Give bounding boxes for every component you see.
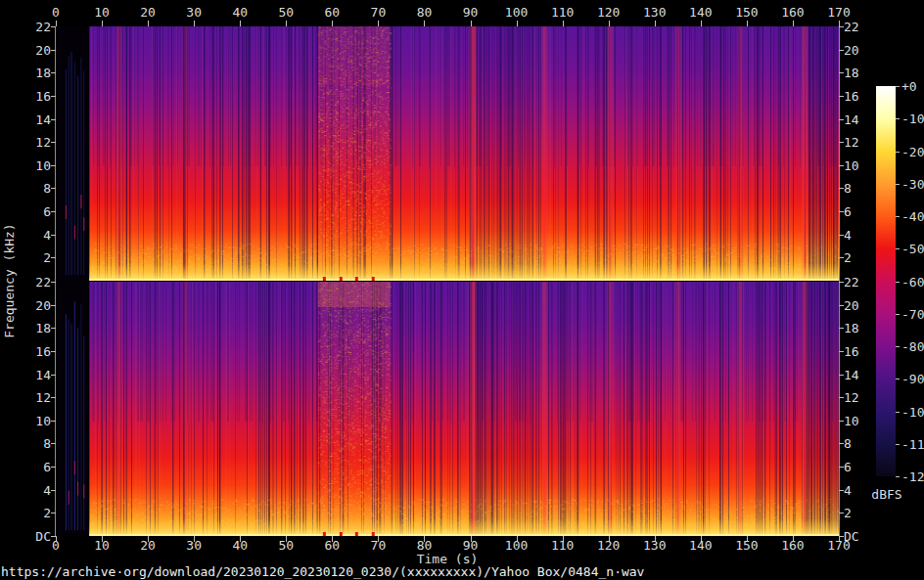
y-tick-label-left: 18 xyxy=(20,67,51,79)
y-tick-label-right: 10 xyxy=(844,159,877,172)
colorbar-tick-mark xyxy=(896,282,900,283)
colorbar-tick-mark xyxy=(896,216,900,217)
y-tick-label-left: 6 xyxy=(20,205,51,218)
x-tick-label-bottom: 80 xyxy=(404,539,443,552)
colorbar-tick-label: -70 xyxy=(901,308,924,321)
colorbar-tick-label: -120 xyxy=(901,470,924,483)
y-tick-mark-left xyxy=(51,235,56,236)
y-tick-label-right: 18 xyxy=(844,67,877,79)
y-tick-label-right: 2 xyxy=(844,251,877,264)
y-tick-mark-left xyxy=(51,119,56,120)
x-tick-mark-top xyxy=(332,21,333,26)
x-tick-label-top: 10 xyxy=(82,6,121,19)
x-tick-mark-top xyxy=(563,21,564,26)
colorbar-tick-mark xyxy=(896,314,900,315)
y-tick-label-right: 16 xyxy=(844,90,877,103)
y-tick-label-left: 6 xyxy=(20,461,51,473)
x-tick-label-bottom: 140 xyxy=(681,539,720,552)
y-tick-label-right: 8 xyxy=(844,437,877,450)
x-tick-label-top: 110 xyxy=(543,6,582,19)
x-tick-mark-top xyxy=(793,21,794,26)
y-tick-label-left: 2 xyxy=(20,507,51,519)
y-tick-label-right: 22 xyxy=(844,21,877,33)
x-tick-label-top: 30 xyxy=(174,6,213,19)
colorbar-tick-label: -80 xyxy=(901,340,924,353)
colorbar-tick-mark xyxy=(896,346,900,347)
colorbar-tick-label: -50 xyxy=(901,243,924,255)
x-tick-mark-top xyxy=(56,21,57,26)
y-tick-label-right: 8 xyxy=(844,182,877,195)
y-tick-label-left: 10 xyxy=(20,159,51,172)
colorbar-tick-label: -40 xyxy=(901,210,924,223)
x-tick-mark-top xyxy=(424,21,425,26)
x-tick-mark-top xyxy=(471,21,472,26)
y-tick-mark-left xyxy=(51,421,56,422)
y-tick-label-right: 14 xyxy=(844,113,877,126)
x-tick-mark-top xyxy=(194,21,195,26)
y-tick-label-left: 4 xyxy=(20,484,51,497)
y-tick-mark-left xyxy=(51,142,56,143)
y-tick-mark-left xyxy=(51,443,56,444)
y-tick-label-left: 18 xyxy=(20,322,51,335)
y-tick-mark-left xyxy=(51,467,56,468)
y-tick-mark-left xyxy=(51,397,56,398)
y-tick-label-right: 10 xyxy=(844,415,877,427)
x-tick-mark-top xyxy=(378,21,379,26)
x-tick-label-top: 130 xyxy=(635,6,674,19)
y-tick-label-right: 6 xyxy=(844,461,877,473)
y-tick-mark-left xyxy=(51,328,56,329)
x-tick-label-top: 0 xyxy=(36,6,75,19)
x-tick-mark-top xyxy=(747,21,748,26)
colorbar-tick-label: -60 xyxy=(901,276,924,289)
y-tick-mark-left xyxy=(51,165,56,166)
x-tick-label-bottom: 90 xyxy=(451,539,490,552)
y-tick-label-left: 8 xyxy=(20,182,51,195)
y-tick-label-right: 14 xyxy=(844,369,877,381)
x-tick-label-top: 50 xyxy=(266,6,305,19)
x-tick-label-bottom: 130 xyxy=(635,539,674,552)
y-tick-mark-left xyxy=(51,26,56,27)
y-tick-label-left: 16 xyxy=(20,345,51,358)
colorbar-tick-label: -110 xyxy=(901,438,924,451)
x-tick-label-bottom: 60 xyxy=(312,539,351,552)
x-tick-mark-top xyxy=(609,21,610,26)
colorbar-tick-mark xyxy=(896,248,900,249)
x-tick-label-bottom: 100 xyxy=(497,539,536,552)
frequency-axis-title: Frequency (kHz) xyxy=(3,154,17,408)
x-tick-label-bottom: 20 xyxy=(128,539,167,552)
colorbar-tick-mark xyxy=(896,412,900,413)
y-tick-mark-left xyxy=(51,257,56,258)
x-tick-label-bottom: 150 xyxy=(727,539,766,552)
y-tick-label-right: 2 xyxy=(844,507,877,519)
y-tick-label-left: 12 xyxy=(20,136,51,149)
x-tick-mark-top xyxy=(102,21,103,26)
colorbar-tick-mark xyxy=(896,444,900,445)
y-tick-label-left: 22 xyxy=(20,21,51,33)
y-tick-mark-left xyxy=(51,375,56,376)
y-tick-label-right: 6 xyxy=(844,205,877,218)
colorbar-tick-mark xyxy=(896,86,900,87)
y-tick-mark-left xyxy=(51,188,56,189)
colorbar-tick-mark xyxy=(896,184,900,185)
colorbar-tick-label: -100 xyxy=(901,406,924,419)
colorbar-tick-label: +0 xyxy=(901,80,924,93)
x-tick-label-bottom: 40 xyxy=(220,539,259,552)
y-tick-label-left: 22 xyxy=(20,276,51,289)
x-tick-label-top: 40 xyxy=(220,6,259,19)
y-tick-label-right: 16 xyxy=(844,345,877,358)
y-tick-label-right: 20 xyxy=(844,299,877,312)
colorbar-tick-mark xyxy=(896,118,900,119)
x-tick-label-top: 60 xyxy=(312,6,351,19)
y-tick-mark-left xyxy=(51,351,56,352)
x-tick-label-top: 150 xyxy=(727,6,766,19)
x-tick-label-bottom: 120 xyxy=(589,539,628,552)
x-tick-label-top: 140 xyxy=(681,6,720,19)
x-tick-mark-top xyxy=(701,21,702,26)
y-tick-label-left: 20 xyxy=(20,44,51,57)
x-tick-label-top: 170 xyxy=(819,6,858,19)
y-tick-mark-left xyxy=(51,50,56,51)
colorbar-tick-label: -20 xyxy=(901,146,924,158)
x-tick-label-bottom: 160 xyxy=(773,539,812,552)
y-tick-label-right: 18 xyxy=(844,322,877,335)
y-tick-label-left: 14 xyxy=(20,113,51,126)
